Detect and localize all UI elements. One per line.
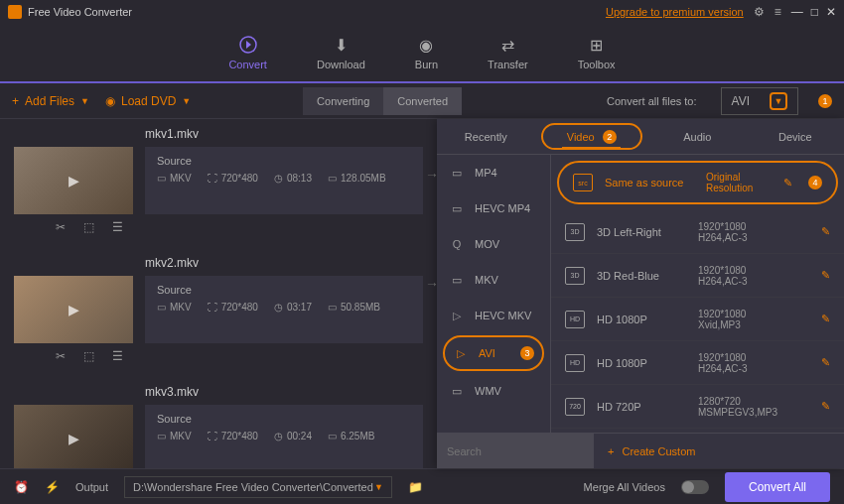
folder-icon: ▭ [328,173,337,184]
source-label: Source [157,155,411,167]
chevron-down-icon: ▼ [374,482,383,492]
format-avi[interactable]: ▷AVI3 [443,335,544,371]
crop-icon[interactable]: ⬚ [83,220,94,234]
resolution-icon: ⛶ [208,173,217,184]
badge-2: 2 [603,130,617,144]
format-tab-recently[interactable]: Recently [437,119,535,154]
video-icon: ▭ [449,272,465,288]
format-mkv[interactable]: ▭MKV [437,262,550,298]
format-left-list: ▭MP4 ▭HEVC MP4 QMOV ▭MKV ▷HEVC MKV ▷AVI3… [437,155,551,433]
format-mov[interactable]: QMOV [437,226,550,262]
edit-icon[interactable]: ✎ [821,269,830,282]
main-tabs: Convert ⬇ Download ◉ Burn ⇄ Transfer ⊞ T… [0,24,844,83]
format-tab-video[interactable]: Video 2 [541,123,643,150]
chevron-down-icon: ▼ [80,96,89,106]
arrow-icon: → [425,167,439,183]
converting-tab[interactable]: Converting [303,87,383,115]
cut-icon[interactable]: ✂ [56,220,66,234]
clock-icon: ◷ [274,302,283,313]
codec-icon: ▭ [157,173,166,184]
file-name: mkv1.mkv [145,127,423,141]
thumbnail[interactable]: ▶ [14,405,133,468]
add-files-button[interactable]: + Add Files ▼ [12,94,89,108]
edit-icon[interactable]: ✎ [821,313,830,325]
folder-icon: ▭ [328,302,337,313]
video-icon: ▭ [449,383,465,399]
codec-icon: ▭ [157,302,166,313]
clock-icon: ◷ [274,173,283,184]
badge-4: 4 [808,176,822,189]
play-icon: ▶ [69,431,79,446]
format-hevc-mp4[interactable]: ▭HEVC MP4 [437,190,550,226]
arrow-icon: → [425,276,439,292]
disc-icon: ◉ [105,94,115,108]
edit-icon[interactable]: ✎ [783,177,792,189]
tab-download[interactable]: ⬇ Download [317,35,365,70]
file-name: mkv3.mkv [145,385,423,399]
menu-icon[interactable]: ≡ [774,5,781,19]
profile-icon: 3D [565,267,585,285]
download-icon: ⬇ [331,35,351,55]
video-icon: Q [449,236,465,252]
thumbnail[interactable]: ▶ [14,147,133,214]
profile-hd1080p-a[interactable]: HD HD 1080P 1920*1080Xvid,MP3 ✎ [551,298,844,341]
file-item: mkv1.mkv ▶ Source ▭MKV ⛶720*480 ◷08:13 ▭… [14,127,423,240]
settings-icon[interactable]: ☰ [112,349,123,363]
tab-transfer[interactable]: ⇄ Transfer [488,35,528,70]
convert-all-button[interactable]: Convert All [725,472,830,502]
file-item: mkv3.mkv ▶ Source ▭MKV ⛶720*480 ◷00:24 ▭… [14,385,423,468]
format-hevc-mkv[interactable]: ▷HEVC MKV [437,298,550,333]
play-icon: ▶ [69,173,79,189]
alarm-icon[interactable]: ⏰ [14,480,29,494]
video-icon: ▭ [449,165,465,181]
settings-icon[interactable]: ☰ [112,220,123,234]
maximize-button[interactable]: □ [811,5,818,19]
format-tab-device[interactable]: Device [747,119,845,154]
profile-hd720p[interactable]: 720 HD 720P 1280*720MSMPEGV3,MP3 ✎ [551,385,844,429]
format-mp4[interactable]: ▭MP4 [437,155,550,190]
create-custom-button[interactable]: + Create Custom [594,434,844,468]
profile-list: src Same as source Original Resolution ✎… [551,155,844,433]
converted-tab[interactable]: Converted [383,87,462,115]
tab-burn[interactable]: ◉ Burn [415,35,438,70]
format-tab-audio[interactable]: Audio [648,119,747,154]
profile-hd1080p-b[interactable]: HD HD 1080P 1920*1080H264,AC-3 ✎ [551,341,844,385]
profile-3d-rb[interactable]: 3D 3D Red-Blue 1920*1080H264,AC-3 ✎ [551,254,844,298]
load-dvd-button[interactable]: ◉ Load DVD ▼ [105,94,191,108]
close-button[interactable]: ✕ [826,5,836,19]
open-folder-icon[interactable]: 📁 [408,480,423,494]
tab-toolbox[interactable]: ⊞ Toolbox [578,35,616,70]
edit-icon[interactable]: ✎ [821,225,830,238]
thumbnail[interactable]: ▶ [14,276,133,343]
file-list: mkv1.mkv ▶ Source ▭MKV ⛶720*480 ◷08:13 ▭… [0,119,437,468]
output-label: Output [75,481,108,493]
cut-icon[interactable]: ✂ [56,349,66,363]
chevron-down-icon: ▼ [182,96,191,106]
resolution-icon: ⛶ [208,302,217,313]
profile-3d-lr[interactable]: 3D 3D Left-Right 1920*1080H264,AC-3 ✎ [551,210,844,254]
format-dropdown[interactable]: AVI ▼ [721,87,798,115]
merge-label: Merge All Videos [584,481,665,493]
format-wmv[interactable]: ▭WMV [437,373,550,409]
gpu-icon[interactable]: ⚡ [45,480,60,494]
output-path-field[interactable]: D:\Wondershare Free Video Converter\Conv… [124,476,392,498]
clock-icon: ◷ [274,431,283,441]
file-item: mkv2.mkv ▶ Source ▭MKV ⛶720*480 ◷03:17 ▭… [14,256,423,369]
format-panel: Recently Video 2 Audio Device ▭MP4 ▭HEVC… [437,119,844,468]
upgrade-link[interactable]: Upgrade to premium version [606,6,744,18]
profile-icon: 720 [565,398,585,416]
edit-icon[interactable]: ✎ [821,400,830,413]
source-label: Source [157,284,411,296]
crop-icon[interactable]: ⬚ [83,349,94,363]
minimize-button[interactable]: — [791,5,803,19]
edit-icon[interactable]: ✎ [821,356,830,369]
tab-convert[interactable]: Convert [228,35,267,70]
settings-icon[interactable]: ⚙ [754,5,765,19]
profile-icon: 3D [565,223,585,241]
profile-same-as-source[interactable]: src Same as source Original Resolution ✎… [557,161,838,204]
profile-icon: HD [565,311,585,328]
merge-toggle[interactable] [681,480,709,494]
transfer-icon: ⇄ [497,35,517,55]
search-input[interactable] [437,434,594,468]
plus-icon: + [608,445,614,457]
